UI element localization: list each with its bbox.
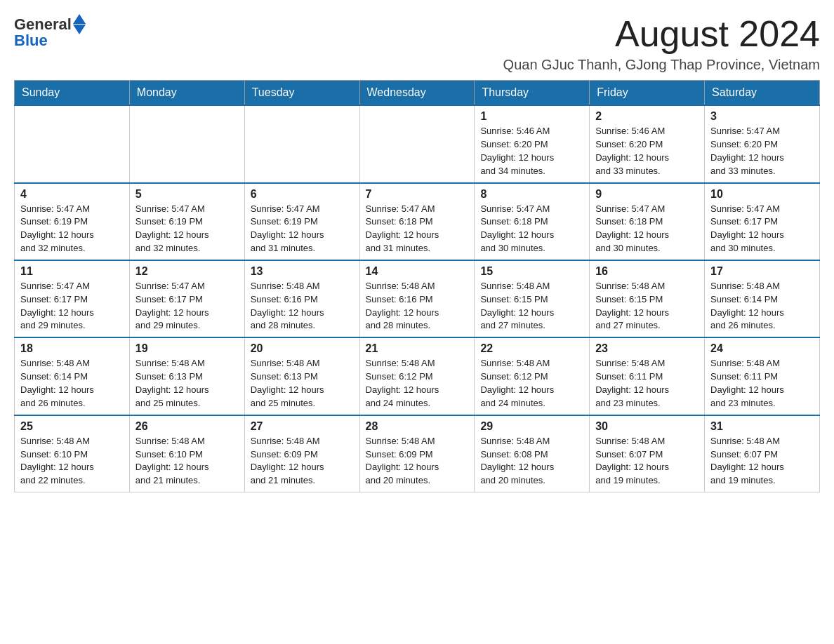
calendar-cell: 11Sunrise: 5:47 AM Sunset: 6:17 PM Dayli… <box>15 260 130 337</box>
calendar-cell: 12Sunrise: 5:47 AM Sunset: 6:17 PM Dayli… <box>129 260 244 337</box>
day-number: 16 <box>595 265 699 278</box>
calendar-cell: 10Sunrise: 5:47 AM Sunset: 6:17 PM Dayli… <box>705 183 820 260</box>
day-info: Sunrise: 5:48 AM Sunset: 6:10 PM Dayligh… <box>20 435 124 488</box>
calendar-cell: 19Sunrise: 5:48 AM Sunset: 6:13 PM Dayli… <box>129 337 244 415</box>
title-area: August 2024 Quan GJuc Thanh, GJong Thap … <box>503 14 820 73</box>
calendar-cell <box>15 105 130 182</box>
calendar-cell: 8Sunrise: 5:47 AM Sunset: 6:18 PM Daylig… <box>475 183 590 260</box>
calendar-table: SundayMondayTuesdayWednesdayThursdayFrid… <box>14 80 820 492</box>
calendar-cell: 25Sunrise: 5:48 AM Sunset: 6:10 PM Dayli… <box>15 415 130 492</box>
calendar-cell: 28Sunrise: 5:48 AM Sunset: 6:09 PM Dayli… <box>359 415 475 492</box>
day-info: Sunrise: 5:48 AM Sunset: 6:12 PM Dayligh… <box>480 357 583 410</box>
calendar-cell: 18Sunrise: 5:48 AM Sunset: 6:14 PM Dayli… <box>15 337 130 415</box>
day-number: 20 <box>251 342 354 355</box>
day-info: Sunrise: 5:48 AM Sunset: 6:07 PM Dayligh… <box>595 435 699 488</box>
day-number: 2 <box>595 110 699 123</box>
calendar-cell: 14Sunrise: 5:48 AM Sunset: 6:16 PM Dayli… <box>359 260 475 337</box>
day-info: Sunrise: 5:48 AM Sunset: 6:10 PM Dayligh… <box>135 435 239 488</box>
day-info: Sunrise: 5:48 AM Sunset: 6:13 PM Dayligh… <box>135 357 239 410</box>
calendar-cell: 9Sunrise: 5:47 AM Sunset: 6:18 PM Daylig… <box>590 183 705 260</box>
day-info: Sunrise: 5:48 AM Sunset: 6:11 PM Dayligh… <box>710 357 814 410</box>
day-number: 4 <box>20 188 124 201</box>
day-info: Sunrise: 5:48 AM Sunset: 6:15 PM Dayligh… <box>480 280 583 333</box>
day-number: 28 <box>366 420 469 433</box>
day-number: 3 <box>710 110 814 123</box>
page-header: General Blue August 2024 Quan GJuc Thanh… <box>14 14 820 73</box>
day-number: 12 <box>135 265 239 278</box>
calendar-cell: 31Sunrise: 5:48 AM Sunset: 6:07 PM Dayli… <box>705 415 820 492</box>
weekday-header-tuesday: Tuesday <box>244 81 359 106</box>
day-info: Sunrise: 5:48 AM Sunset: 6:15 PM Dayligh… <box>595 280 699 333</box>
day-number: 30 <box>595 420 699 433</box>
calendar-cell: 1Sunrise: 5:46 AM Sunset: 6:20 PM Daylig… <box>475 105 590 182</box>
day-info: Sunrise: 5:48 AM Sunset: 6:12 PM Dayligh… <box>366 357 469 410</box>
day-info: Sunrise: 5:47 AM Sunset: 6:17 PM Dayligh… <box>20 280 124 333</box>
day-info: Sunrise: 5:48 AM Sunset: 6:14 PM Dayligh… <box>20 357 124 410</box>
day-number: 1 <box>480 110 583 123</box>
calendar-cell: 15Sunrise: 5:48 AM Sunset: 6:15 PM Dayli… <box>475 260 590 337</box>
day-info: Sunrise: 5:46 AM Sunset: 6:20 PM Dayligh… <box>480 125 583 177</box>
day-info: Sunrise: 5:47 AM Sunset: 6:18 PM Dayligh… <box>480 203 583 255</box>
day-info: Sunrise: 5:48 AM Sunset: 6:09 PM Dayligh… <box>366 435 469 488</box>
calendar-cell: 7Sunrise: 5:47 AM Sunset: 6:18 PM Daylig… <box>359 183 475 260</box>
day-info: Sunrise: 5:48 AM Sunset: 6:09 PM Dayligh… <box>251 435 354 488</box>
week-row-1: 1Sunrise: 5:46 AM Sunset: 6:20 PM Daylig… <box>15 105 820 182</box>
day-info: Sunrise: 5:47 AM Sunset: 6:20 PM Dayligh… <box>710 125 814 177</box>
day-info: Sunrise: 5:47 AM Sunset: 6:18 PM Dayligh… <box>595 203 699 255</box>
day-number: 23 <box>595 342 699 355</box>
day-number: 17 <box>710 265 814 278</box>
calendar-cell: 17Sunrise: 5:48 AM Sunset: 6:14 PM Dayli… <box>705 260 820 337</box>
calendar-cell: 2Sunrise: 5:46 AM Sunset: 6:20 PM Daylig… <box>590 105 705 182</box>
day-info: Sunrise: 5:47 AM Sunset: 6:19 PM Dayligh… <box>20 203 124 255</box>
day-number: 18 <box>20 342 124 355</box>
day-number: 21 <box>366 342 469 355</box>
month-title: August 2024 <box>503 14 820 54</box>
day-number: 13 <box>251 265 354 278</box>
day-number: 29 <box>480 420 583 433</box>
week-row-4: 18Sunrise: 5:48 AM Sunset: 6:14 PM Dayli… <box>15 337 820 415</box>
day-info: Sunrise: 5:47 AM Sunset: 6:19 PM Dayligh… <box>135 203 239 255</box>
calendar-cell: 4Sunrise: 5:47 AM Sunset: 6:19 PM Daylig… <box>15 183 130 260</box>
day-number: 8 <box>480 188 583 201</box>
day-info: Sunrise: 5:48 AM Sunset: 6:16 PM Dayligh… <box>366 280 469 333</box>
weekday-header-row: SundayMondayTuesdayWednesdayThursdayFrid… <box>15 81 820 106</box>
day-number: 25 <box>20 420 124 433</box>
weekday-header-monday: Monday <box>129 81 244 106</box>
day-number: 19 <box>135 342 239 355</box>
calendar-cell <box>244 105 359 182</box>
day-info: Sunrise: 5:47 AM Sunset: 6:19 PM Dayligh… <box>251 203 354 255</box>
weekday-header-sunday: Sunday <box>15 81 130 106</box>
day-info: Sunrise: 5:46 AM Sunset: 6:20 PM Dayligh… <box>595 125 699 177</box>
day-number: 24 <box>710 342 814 355</box>
day-number: 10 <box>710 188 814 201</box>
calendar-cell: 29Sunrise: 5:48 AM Sunset: 6:08 PM Dayli… <box>475 415 590 492</box>
calendar-cell <box>129 105 244 182</box>
weekday-header-thursday: Thursday <box>475 81 590 106</box>
day-info: Sunrise: 5:48 AM Sunset: 6:16 PM Dayligh… <box>251 280 354 333</box>
logo-blue-text: Blue <box>14 32 48 50</box>
day-info: Sunrise: 5:47 AM Sunset: 6:18 PM Dayligh… <box>366 203 469 255</box>
day-number: 14 <box>366 265 469 278</box>
day-number: 27 <box>251 420 354 433</box>
calendar-cell: 21Sunrise: 5:48 AM Sunset: 6:12 PM Dayli… <box>359 337 475 415</box>
day-number: 26 <box>135 420 239 433</box>
day-number: 11 <box>20 265 124 278</box>
day-info: Sunrise: 5:48 AM Sunset: 6:13 PM Dayligh… <box>251 357 354 410</box>
location-subtitle: Quan GJuc Thanh, GJong Thap Province, Vi… <box>503 57 820 73</box>
week-row-3: 11Sunrise: 5:47 AM Sunset: 6:17 PM Dayli… <box>15 260 820 337</box>
weekday-header-friday: Friday <box>590 81 705 106</box>
logo: General Blue <box>14 14 86 50</box>
calendar-cell: 3Sunrise: 5:47 AM Sunset: 6:20 PM Daylig… <box>705 105 820 182</box>
day-number: 7 <box>366 188 469 201</box>
calendar-cell: 26Sunrise: 5:48 AM Sunset: 6:10 PM Dayli… <box>129 415 244 492</box>
calendar-cell: 27Sunrise: 5:48 AM Sunset: 6:09 PM Dayli… <box>244 415 359 492</box>
week-row-5: 25Sunrise: 5:48 AM Sunset: 6:10 PM Dayli… <box>15 415 820 492</box>
day-number: 31 <box>710 420 814 433</box>
day-number: 15 <box>480 265 583 278</box>
weekday-header-saturday: Saturday <box>705 81 820 106</box>
week-row-2: 4Sunrise: 5:47 AM Sunset: 6:19 PM Daylig… <box>15 183 820 260</box>
calendar-cell: 20Sunrise: 5:48 AM Sunset: 6:13 PM Dayli… <box>244 337 359 415</box>
weekday-header-wednesday: Wednesday <box>359 81 475 106</box>
day-info: Sunrise: 5:48 AM Sunset: 6:11 PM Dayligh… <box>595 357 699 410</box>
day-info: Sunrise: 5:47 AM Sunset: 6:17 PM Dayligh… <box>710 203 814 255</box>
